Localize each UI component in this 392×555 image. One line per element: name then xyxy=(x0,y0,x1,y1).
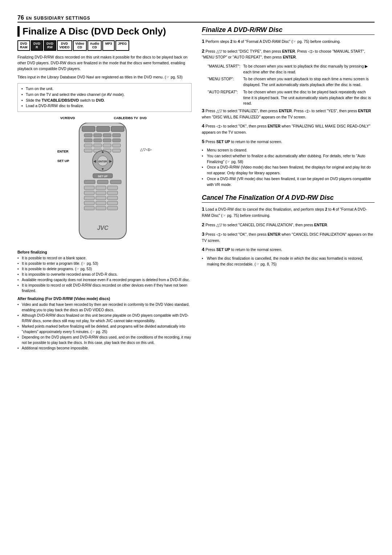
def-desc: To be chosen when you want the disc to b… xyxy=(243,89,375,107)
list-item: It is possible to delete programs. (☞ pg… xyxy=(17,266,192,272)
left-column: Finalize A Disc (DVD Deck Only) DVDRAM D… xyxy=(17,26,192,351)
vcr-dvd-label: VCR/DVD xyxy=(60,116,75,120)
def-term: "MANUAL START": xyxy=(208,63,243,76)
svg-rect-31 xyxy=(110,180,121,184)
svg-rect-45 xyxy=(96,206,106,210)
page-header: 76 EN SUBSIDIARY SETTINGS xyxy=(17,15,375,23)
before-finalizing-list: It is possible to record on a blank spac… xyxy=(17,255,192,293)
svg-rect-11 xyxy=(113,139,121,142)
list-item: It is impossible to record or edit DVD-R… xyxy=(17,283,192,293)
language-label: EN xyxy=(26,16,32,20)
remote-svg: ENTER ▲ ▼ ◀ ▶ SET UP xyxy=(68,123,137,246)
svg-rect-6 xyxy=(103,134,111,137)
remote-image-area: VCR/DVD CABLE/DBS TV DVD xyxy=(17,116,192,247)
s2-step-4: 4 Press SET UP to return to the normal s… xyxy=(202,246,375,253)
section-title: SUBSIDIARY SETTINGS xyxy=(34,16,90,21)
svg-rect-19 xyxy=(113,149,121,152)
list-item: It is possible to record on a blank spac… xyxy=(17,255,192,261)
svg-rect-9 xyxy=(94,139,102,142)
svg-text:▼: ▼ xyxy=(101,167,105,171)
svg-rect-43 xyxy=(107,201,118,205)
instruction-item: Slide the TV/CABLE/DBS/DVD switch to DVD… xyxy=(21,98,188,104)
svg-rect-34 xyxy=(107,186,118,190)
svg-rect-41 xyxy=(84,201,94,205)
step-5: 5 Press SET UP to return to the normal s… xyxy=(202,138,375,145)
svg-text:◀: ◀ xyxy=(93,159,96,163)
page: 76 EN SUBSIDIARY SETTINGS Finalize A Dis… xyxy=(0,0,392,555)
svg-rect-12 xyxy=(84,144,92,147)
enter-label: ENTER xyxy=(57,150,69,153)
svg-text:JVC: JVC xyxy=(97,225,109,231)
badge-mp3: MP3 xyxy=(102,40,115,51)
svg-rect-16 xyxy=(84,149,92,152)
section2-bullets: When the disc finalization is cancelled,… xyxy=(202,256,375,267)
list-item: You can select whether to finalize a dis… xyxy=(202,153,375,165)
instruction-item: Turn on the unit. xyxy=(21,86,188,92)
main-title: Finalize A Disc (DVD Deck Only) xyxy=(17,26,192,37)
svg-text:▶: ▶ xyxy=(109,159,112,163)
step-3: 3 Press △▽ to select "FINALIZE", then pr… xyxy=(202,107,375,120)
list-item: Depending on the DVD players and DVD-R/R… xyxy=(17,335,192,345)
svg-rect-33 xyxy=(96,186,106,190)
s2-step-1: 1 Load a DVD-RW disc to cancel the disc … xyxy=(202,206,375,218)
badge-dvd-video: DVDVIDEO xyxy=(57,40,72,51)
body-text-2: Titles input in the Library Database DVD… xyxy=(17,74,192,80)
definition-row: "MANUAL START": To be chosen when you wa… xyxy=(208,63,375,76)
badge-jpeg: JPEG xyxy=(115,40,129,51)
instruction-item: Load a DVD-R/RW disc to finalize. xyxy=(21,103,188,109)
svg-rect-7 xyxy=(113,134,121,137)
svg-rect-44 xyxy=(84,206,94,210)
svg-text:▲: ▲ xyxy=(101,150,105,154)
after-finalizing-section: After finalizing (For DVD-R/RW (Video mo… xyxy=(17,296,192,351)
def-term: "MENU STOP": xyxy=(208,76,243,89)
definitions-table: "MANUAL START": To be chosen when you wa… xyxy=(208,63,375,107)
definition-row: "MENU STOP": To be chosen when you want … xyxy=(208,76,375,89)
svg-rect-30 xyxy=(97,180,108,184)
list-item: It is possible to enter a program title.… xyxy=(17,261,192,266)
step-4: 4 Press ◁▷ to select "OK", then press EN… xyxy=(202,122,375,135)
list-item: Video and audio that have been recorded … xyxy=(17,302,192,313)
svg-rect-39 xyxy=(96,196,106,200)
after-finalizing-list: Video and audio that have been recorded … xyxy=(17,302,192,351)
s2-step-2: 2 Press △▽ to select "CANCEL DISC FINALI… xyxy=(202,221,375,228)
svg-rect-32 xyxy=(84,186,94,190)
def-desc: To be chosen when you want playback to s… xyxy=(243,76,375,89)
svg-rect-36 xyxy=(96,191,106,195)
list-item: It is impossible to overwrite recorded a… xyxy=(17,272,192,277)
list-item: Available recording capacity does not in… xyxy=(17,277,192,283)
svg-rect-1 xyxy=(82,126,95,131)
list-item: Additional recordings become impossible. xyxy=(17,345,192,351)
svg-rect-13 xyxy=(94,144,102,147)
svg-rect-37 xyxy=(107,191,118,195)
step-1: 1 Perform steps 2 to 4 of "Format A DVD-… xyxy=(202,38,375,45)
list-item: Marked points marked before finalizing w… xyxy=(17,324,192,335)
svg-rect-10 xyxy=(103,139,111,142)
section2-title: Cancel The Finalization Of A DVD-RW Disc xyxy=(202,194,375,203)
section1-bullets: Menu screen is cleared. You can select w… xyxy=(202,147,375,187)
instructions-box: Turn on the unit. Turn on the TV and sel… xyxy=(17,83,192,112)
step-2: 2 Press △▽ to select "DISC TYPE", then p… xyxy=(202,48,375,60)
svg-rect-14 xyxy=(103,144,111,147)
instructions-list: Turn on the unit. Turn on the TV and sel… xyxy=(21,86,188,109)
nav-arrows-label: △▽◁▷ xyxy=(140,147,152,151)
setup-label: SET UP xyxy=(57,159,69,163)
svg-rect-3 xyxy=(111,126,124,131)
disc-badges: DVDRAM DVDR DVDRW DVDVIDEO VideoCD Audio… xyxy=(17,40,192,51)
svg-rect-46 xyxy=(107,206,118,210)
badge-dvd-rw: DVDRW xyxy=(44,40,56,51)
svg-rect-35 xyxy=(84,191,94,195)
after-finalizing-title: After finalizing (For DVD-R/RW (Video mo… xyxy=(17,296,192,301)
badge-dvd-r: DVDR xyxy=(31,40,43,51)
svg-rect-29 xyxy=(84,180,95,184)
svg-rect-40 xyxy=(107,196,118,200)
svg-rect-4 xyxy=(84,134,92,137)
main-content: Finalize A Disc (DVD Deck Only) DVDRAM D… xyxy=(17,26,375,351)
list-item: Once a DVD-R/RW (Video mode) disc has be… xyxy=(202,165,375,176)
badge-dvd-ram: DVDRAM xyxy=(17,40,30,51)
definition-row: "AUTO REPEAT": To be chosen when you wan… xyxy=(208,89,375,107)
before-finalizing-title: Before finalizing xyxy=(17,250,192,254)
svg-text:ENTER: ENTER xyxy=(98,160,107,163)
right-column: Finalize A DVD-R/RW Disc 1 Perform steps… xyxy=(202,26,375,351)
def-desc: To be chosen when you want to playback t… xyxy=(243,63,375,76)
svg-text:SET UP: SET UP xyxy=(98,175,107,178)
